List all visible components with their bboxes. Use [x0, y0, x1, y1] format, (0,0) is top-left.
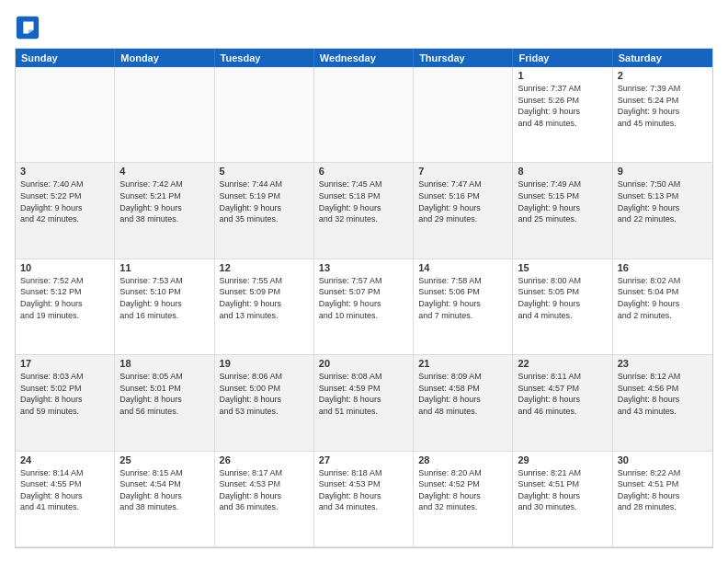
day-info: Sunrise: 7:42 AM Sunset: 5:21 PM Dayligh… — [119, 178, 209, 224]
day-number: 19 — [220, 358, 309, 369]
day-cell-22: 22Sunrise: 8:11 AM Sunset: 4:57 PM Dayli… — [513, 355, 612, 451]
header-day-thursday: Thursday — [414, 49, 513, 67]
day-number: 10 — [20, 262, 109, 273]
day-cell-10: 10Sunrise: 7:52 AM Sunset: 5:12 PM Dayli… — [16, 259, 115, 355]
calendar-body: 1Sunrise: 7:37 AM Sunset: 5:26 PM Daylig… — [16, 67, 712, 547]
day-info: Sunrise: 7:44 AM Sunset: 5:19 PM Dayligh… — [220, 178, 309, 224]
day-info: Sunrise: 8:03 AM Sunset: 5:02 PM Dayligh… — [20, 371, 109, 417]
day-cell-27: 27Sunrise: 8:18 AM Sunset: 4:53 PM Dayli… — [314, 452, 414, 547]
day-number: 29 — [518, 454, 607, 465]
day-cell-11: 11Sunrise: 7:53 AM Sunset: 5:10 PM Dayli… — [115, 259, 214, 355]
day-cell-26: 26Sunrise: 8:17 AM Sunset: 4:53 PM Dayli… — [215, 452, 314, 547]
header-day-sunday: Sunday — [16, 49, 115, 67]
day-cell-7: 7Sunrise: 7:47 AM Sunset: 5:16 PM Daylig… — [414, 163, 513, 259]
calendar-page: SundayMondayTuesdayWednesdayThursdayFrid… — [0, 0, 728, 563]
day-number: 23 — [618, 358, 708, 369]
day-cell-25: 25Sunrise: 8:15 AM Sunset: 4:54 PM Dayli… — [115, 452, 214, 547]
day-cell-9: 9Sunrise: 7:50 AM Sunset: 5:13 PM Daylig… — [613, 163, 712, 259]
day-cell-13: 13Sunrise: 7:57 AM Sunset: 5:07 PM Dayli… — [314, 259, 414, 355]
empty-cell — [115, 67, 214, 163]
day-number: 28 — [418, 454, 507, 465]
day-cell-29: 29Sunrise: 8:21 AM Sunset: 4:51 PM Dayli… — [513, 452, 612, 547]
day-number: 6 — [319, 166, 408, 177]
day-cell-14: 14Sunrise: 7:58 AM Sunset: 5:06 PM Dayli… — [414, 259, 513, 355]
day-info: Sunrise: 8:20 AM Sunset: 4:52 PM Dayligh… — [418, 467, 507, 513]
day-number: 3 — [20, 166, 109, 177]
day-cell-8: 8Sunrise: 7:49 AM Sunset: 5:15 PM Daylig… — [513, 163, 612, 259]
day-cell-19: 19Sunrise: 8:06 AM Sunset: 5:00 PM Dayli… — [215, 355, 314, 451]
day-number: 15 — [518, 262, 607, 273]
day-info: Sunrise: 7:47 AM Sunset: 5:16 PM Dayligh… — [418, 178, 507, 224]
day-cell-3: 3Sunrise: 7:40 AM Sunset: 5:22 PM Daylig… — [16, 163, 115, 259]
day-info: Sunrise: 8:15 AM Sunset: 4:54 PM Dayligh… — [119, 467, 209, 513]
day-number: 16 — [618, 262, 708, 273]
day-cell-17: 17Sunrise: 8:03 AM Sunset: 5:02 PM Dayli… — [16, 355, 115, 451]
day-info: Sunrise: 7:39 AM Sunset: 5:24 PM Dayligh… — [618, 83, 708, 129]
day-info: Sunrise: 7:58 AM Sunset: 5:06 PM Dayligh… — [418, 275, 507, 321]
header-day-tuesday: Tuesday — [215, 49, 314, 67]
header-day-friday: Friday — [513, 49, 612, 67]
day-number: 30 — [618, 454, 708, 465]
day-cell-12: 12Sunrise: 7:55 AM Sunset: 5:09 PM Dayli… — [215, 259, 314, 355]
day-info: Sunrise: 7:37 AM Sunset: 5:26 PM Dayligh… — [518, 83, 607, 129]
day-number: 18 — [119, 358, 209, 369]
day-info: Sunrise: 8:09 AM Sunset: 4:58 PM Dayligh… — [418, 371, 507, 417]
day-cell-6: 6Sunrise: 7:45 AM Sunset: 5:18 PM Daylig… — [314, 163, 414, 259]
day-info: Sunrise: 7:55 AM Sunset: 5:09 PM Dayligh… — [220, 275, 309, 321]
day-cell-16: 16Sunrise: 8:02 AM Sunset: 5:04 PM Dayli… — [613, 259, 712, 355]
day-info: Sunrise: 8:08 AM Sunset: 4:59 PM Dayligh… — [319, 371, 408, 417]
day-number: 4 — [119, 166, 209, 177]
day-number: 21 — [418, 358, 507, 369]
day-number: 20 — [319, 358, 408, 369]
empty-cell — [414, 67, 513, 163]
day-info: Sunrise: 7:45 AM Sunset: 5:18 PM Dayligh… — [319, 178, 408, 224]
day-info: Sunrise: 7:40 AM Sunset: 5:22 PM Dayligh… — [20, 178, 109, 224]
day-number: 25 — [119, 454, 209, 465]
empty-cell — [215, 67, 314, 163]
day-info: Sunrise: 8:22 AM Sunset: 4:51 PM Dayligh… — [618, 467, 708, 513]
logo — [15, 15, 44, 40]
day-number: 2 — [618, 70, 708, 81]
day-info: Sunrise: 7:53 AM Sunset: 5:10 PM Dayligh… — [119, 275, 209, 321]
day-number: 26 — [220, 454, 309, 465]
day-cell-21: 21Sunrise: 8:09 AM Sunset: 4:58 PM Dayli… — [414, 355, 513, 451]
day-number: 14 — [418, 262, 507, 273]
day-info: Sunrise: 8:00 AM Sunset: 5:05 PM Dayligh… — [518, 275, 607, 321]
day-cell-2: 2Sunrise: 7:39 AM Sunset: 5:24 PM Daylig… — [613, 67, 712, 163]
day-number: 1 — [518, 70, 607, 81]
day-cell-1: 1Sunrise: 7:37 AM Sunset: 5:26 PM Daylig… — [513, 67, 612, 163]
day-cell-30: 30Sunrise: 8:22 AM Sunset: 4:51 PM Dayli… — [613, 452, 712, 547]
day-info: Sunrise: 8:18 AM Sunset: 4:53 PM Dayligh… — [319, 467, 408, 513]
day-cell-4: 4Sunrise: 7:42 AM Sunset: 5:21 PM Daylig… — [115, 163, 214, 259]
day-cell-24: 24Sunrise: 8:14 AM Sunset: 4:55 PM Dayli… — [16, 452, 115, 547]
day-number: 13 — [319, 262, 408, 273]
calendar: SundayMondayTuesdayWednesdayThursdayFrid… — [15, 48, 713, 548]
day-info: Sunrise: 8:17 AM Sunset: 4:53 PM Dayligh… — [220, 467, 309, 513]
day-info: Sunrise: 8:14 AM Sunset: 4:55 PM Dayligh… — [20, 467, 109, 513]
day-cell-15: 15Sunrise: 8:00 AM Sunset: 5:05 PM Dayli… — [513, 259, 612, 355]
header-day-wednesday: Wednesday — [314, 49, 414, 67]
day-info: Sunrise: 7:50 AM Sunset: 5:13 PM Dayligh… — [618, 178, 708, 224]
empty-cell — [16, 67, 115, 163]
day-number: 5 — [220, 166, 309, 177]
day-cell-28: 28Sunrise: 8:20 AM Sunset: 4:52 PM Dayli… — [414, 452, 513, 547]
day-info: Sunrise: 8:21 AM Sunset: 4:51 PM Dayligh… — [518, 467, 607, 513]
day-info: Sunrise: 8:12 AM Sunset: 4:56 PM Dayligh… — [618, 371, 708, 417]
day-number: 24 — [20, 454, 109, 465]
day-info: Sunrise: 8:05 AM Sunset: 5:01 PM Dayligh… — [119, 371, 209, 417]
day-info: Sunrise: 8:06 AM Sunset: 5:00 PM Dayligh… — [220, 371, 309, 417]
day-number: 12 — [220, 262, 309, 273]
day-number: 17 — [20, 358, 109, 369]
day-cell-20: 20Sunrise: 8:08 AM Sunset: 4:59 PM Dayli… — [314, 355, 414, 451]
day-info: Sunrise: 8:11 AM Sunset: 4:57 PM Dayligh… — [518, 371, 607, 417]
day-cell-18: 18Sunrise: 8:05 AM Sunset: 5:01 PM Dayli… — [115, 355, 214, 451]
day-number: 11 — [119, 262, 209, 273]
day-info: Sunrise: 8:02 AM Sunset: 5:04 PM Dayligh… — [618, 275, 708, 321]
page-header — [15, 15, 713, 40]
day-cell-5: 5Sunrise: 7:44 AM Sunset: 5:19 PM Daylig… — [215, 163, 314, 259]
empty-cell — [314, 67, 414, 163]
day-number: 9 — [618, 166, 708, 177]
logo-icon — [15, 15, 40, 40]
day-number: 27 — [319, 454, 408, 465]
day-number: 7 — [418, 166, 507, 177]
